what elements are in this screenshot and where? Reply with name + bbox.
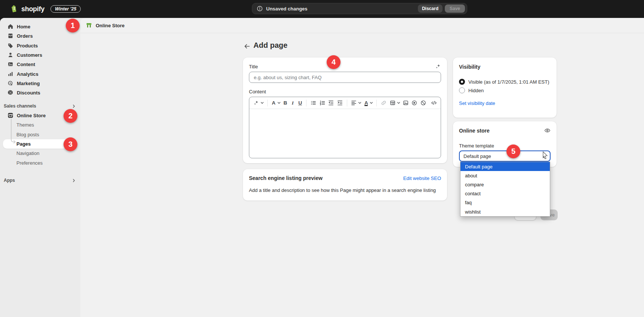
link-icon[interactable] xyxy=(380,99,387,107)
magic-icon[interactable] xyxy=(435,63,441,69)
clear-formatting-icon[interactable] xyxy=(420,99,427,107)
sidebar-item-label: Themes xyxy=(16,122,34,128)
discounts-icon xyxy=(7,90,14,96)
products-icon xyxy=(7,43,14,49)
dropdown-option-about[interactable]: about xyxy=(460,171,550,180)
sidebar-item-label: Blog posts xyxy=(16,132,39,137)
bulleted-list-icon[interactable] xyxy=(310,99,317,107)
sidebar-item-label: Online Store xyxy=(17,113,46,118)
seo-preview-card: Search engine listing preview Edit websi… xyxy=(243,169,447,201)
home-icon xyxy=(7,24,14,30)
title-input[interactable] xyxy=(249,72,441,83)
sidebar-item-customers[interactable]: Customers xyxy=(0,50,80,60)
text-style-icon[interactable]: A xyxy=(271,99,277,107)
sidebar-item-marketing[interactable]: Marketing xyxy=(0,79,80,88)
annotation-circle-2: 2 xyxy=(64,109,77,123)
radio-selected-icon xyxy=(459,79,465,85)
annotation-circle-5: 5 xyxy=(506,144,520,158)
chevron-down-icon[interactable] xyxy=(358,99,361,107)
sidebar-item-analytics[interactable]: Analytics xyxy=(0,69,80,78)
set-visibility-date-link[interactable]: Set visibility date xyxy=(459,100,495,106)
sidebar-item-preferences[interactable]: Preferences xyxy=(0,158,80,167)
seo-card-description: Add a title and description to see how t… xyxy=(249,187,441,193)
chevron-down-icon[interactable] xyxy=(370,99,373,107)
unsaved-changes-bar: Unsaved changes Discard Save xyxy=(252,3,467,14)
annotation-circle-4: 4 xyxy=(327,55,341,69)
bold-icon[interactable]: B xyxy=(283,99,288,107)
visibility-card: Visibility Visible (as of 1/7/2025, 1:01… xyxy=(453,58,557,118)
eye-icon[interactable] xyxy=(544,127,551,134)
sidebar-item-discounts[interactable]: Discounts xyxy=(0,88,80,97)
radio-unselected-icon xyxy=(459,87,465,93)
radio-label: Visible (as of 1/7/2025, 1:01 AM EST) xyxy=(468,79,549,85)
chevron-right-icon xyxy=(72,178,76,183)
sidebar-item-products[interactable]: Products xyxy=(0,41,80,50)
online-store-card: Online store Theme template Default page xyxy=(453,121,557,167)
dropdown-option-wishlist[interactable]: wishlist xyxy=(460,207,550,216)
rich-text-editor: A B I U xyxy=(249,97,441,158)
radio-label: Hidden xyxy=(468,88,484,93)
editor-toolbar: A B I U xyxy=(249,97,441,109)
video-icon[interactable] xyxy=(411,99,418,107)
sidebar-item-label: Preferences xyxy=(16,160,43,166)
italic-icon[interactable]: I xyxy=(290,99,296,107)
table-icon[interactable] xyxy=(389,99,396,107)
dropdown-option-contact[interactable]: contact xyxy=(460,189,550,198)
annotation-circle-1: 1 xyxy=(66,19,80,32)
sidebar-item-label: Orders xyxy=(17,33,33,39)
sidebar-item-label: Discounts xyxy=(17,90,40,96)
text-color-icon[interactable]: A xyxy=(363,99,369,107)
save-button-topbar[interactable]: Save xyxy=(445,4,465,13)
theme-template-label: Theme template xyxy=(459,143,551,149)
dropdown-option-faq[interactable]: faq xyxy=(460,198,550,207)
annotation-circle-3: 3 xyxy=(64,137,77,151)
storefront-icon xyxy=(7,112,14,119)
shopify-logo[interactable]: shopify Winter ’25 xyxy=(10,0,81,18)
topbar: shopify Winter ’25 Unsaved changes Disca… xyxy=(0,0,644,18)
dropdown-option-default-page[interactable]: Default page xyxy=(460,162,550,171)
alert-circle-icon xyxy=(257,6,263,12)
title-field-label: Title xyxy=(249,64,258,69)
sidebar: Home Orders Products Customers Content xyxy=(0,18,80,317)
sales-channels-header-label: Sales channels xyxy=(4,103,36,109)
page-form-card: Title Content A xyxy=(243,58,447,163)
sidebar-item-label: Analytics xyxy=(17,71,38,77)
customers-icon xyxy=(7,52,14,58)
code-icon[interactable] xyxy=(431,99,438,107)
chevron-down-icon[interactable] xyxy=(277,99,281,107)
outdent-icon[interactable] xyxy=(327,99,335,107)
sidebar-item-label: Navigation xyxy=(16,150,39,156)
visibility-option-visible[interactable]: Visible (as of 1/7/2025, 1:01 AM EST) xyxy=(459,79,551,85)
discard-button[interactable]: Discard xyxy=(418,4,443,13)
chevron-right-icon xyxy=(72,104,76,108)
shopify-bag-icon xyxy=(10,5,18,13)
sidebar-item-label: Marketing xyxy=(17,81,40,86)
selected-template-value: Default page xyxy=(463,153,491,159)
content-field-label: Content xyxy=(249,89,441,94)
sidebar-item-label: Pages xyxy=(16,141,31,147)
sidebar-item-orders[interactable]: Orders xyxy=(0,31,80,41)
back-arrow-icon[interactable] xyxy=(243,42,251,50)
magic-icon[interactable] xyxy=(253,99,260,107)
numbered-list-icon[interactable] xyxy=(319,99,326,107)
edit-website-seo-link[interactable]: Edit website SEO xyxy=(403,175,441,181)
indent-icon[interactable] xyxy=(336,99,343,107)
chevron-down-icon[interactable] xyxy=(397,99,400,107)
theme-template-dropdown: Default page about compare contact faq w… xyxy=(460,162,550,217)
editor-content-area[interactable] xyxy=(249,109,441,158)
version-badge: Winter ’25 xyxy=(50,5,81,13)
dropdown-option-compare[interactable]: compare xyxy=(460,180,550,189)
shopify-admin-screen: shopify Winter ’25 Unsaved changes Disca… xyxy=(0,0,644,317)
breadcrumb-label[interactable]: Online Store xyxy=(96,23,124,28)
unsaved-changes-label: Unsaved changes xyxy=(266,6,308,12)
alignment-icon[interactable] xyxy=(351,99,358,107)
underline-icon[interactable]: U xyxy=(298,99,303,107)
sidebar-item-content[interactable]: Content xyxy=(0,60,80,69)
visibility-option-hidden[interactable]: Hidden xyxy=(459,87,551,93)
apps-header-label: Apps xyxy=(4,178,15,183)
chevron-down-icon[interactable] xyxy=(261,99,264,107)
theme-template-select[interactable]: Default page xyxy=(459,150,551,162)
sidebar-section-apps[interactable]: Apps xyxy=(0,176,80,185)
image-icon[interactable] xyxy=(402,99,409,107)
sidebar-item-label: Content xyxy=(17,62,35,67)
